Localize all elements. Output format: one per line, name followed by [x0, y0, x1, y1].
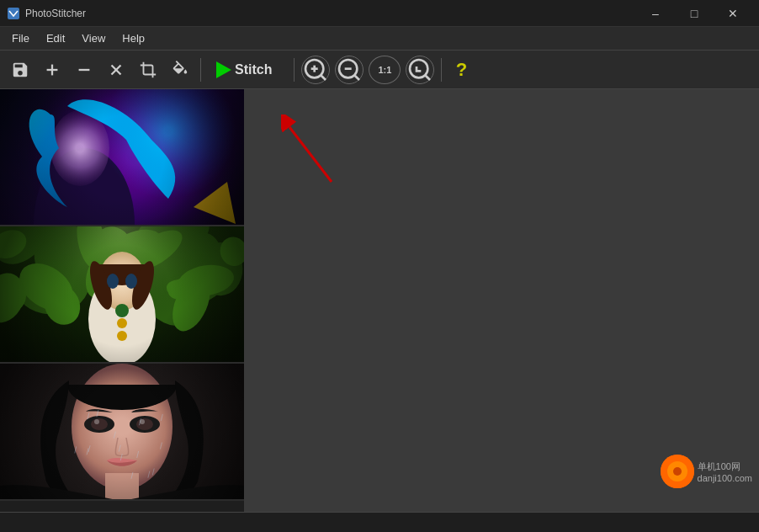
minimize-button[interactable]: – — [636, 0, 675, 27]
title-bar: PhotoStitcher – □ ✕ — [0, 0, 759, 27]
watermark-text: 单机100网 danji100.com — [698, 460, 752, 483]
svg-point-13 — [410, 60, 427, 77]
image-item-1[interactable] — [0, 89, 244, 226]
zoom-actual-button[interactable]: 1:1 — [369, 56, 401, 84]
separator-3 — [441, 58, 442, 82]
stitch-play-icon — [216, 61, 231, 78]
status-bar — [0, 512, 759, 532]
menu-bar: File Edit View Help — [0, 27, 759, 51]
zoom-out-button[interactable] — [335, 56, 364, 84]
add-button[interactable] — [37, 55, 67, 85]
menu-view[interactable]: View — [73, 29, 114, 48]
menu-file[interactable]: File — [3, 29, 38, 48]
delete-button[interactable] — [101, 55, 131, 85]
svg-line-7 — [321, 75, 326, 80]
canvas-area: 单机100网 danji100.com — [247, 89, 759, 512]
app-icon — [7, 7, 20, 20]
help-button[interactable]: ? — [447, 56, 475, 84]
crop-button[interactable] — [133, 55, 163, 85]
stitch-label: Stitch — [235, 62, 272, 77]
help-icon: ? — [456, 59, 467, 81]
watermark-line1: 单机100网 — [698, 460, 752, 473]
image-item-3[interactable] — [0, 364, 244, 501]
watermark-line2: danji100.com — [698, 473, 752, 483]
menu-help[interactable]: Help — [114, 29, 153, 48]
main-area: 单机100网 danji100.com — [0, 89, 759, 512]
menu-edit[interactable]: Edit — [38, 29, 73, 48]
separator-1 — [200, 58, 201, 82]
remove-button[interactable] — [69, 55, 99, 85]
zoom-actual-label: 1:1 — [379, 65, 392, 75]
title-left: PhotoStitcher — [7, 7, 86, 20]
svg-point-19 — [673, 467, 682, 476]
image-thumbnail-2 — [0, 226, 244, 364]
paint-button[interactable] — [165, 55, 195, 85]
stitch-button[interactable]: Stitch — [206, 58, 282, 82]
watermark-logo — [661, 455, 694, 488]
image-item-2[interactable] — [0, 226, 244, 364]
arrow-indicator — [281, 114, 348, 194]
svg-rect-0 — [8, 8, 19, 19]
image-panel[interactable] — [0, 89, 244, 512]
image-thumbnail-3 — [0, 364, 244, 501]
close-button[interactable]: ✕ — [714, 0, 752, 27]
window-controls: – □ ✕ — [636, 0, 752, 27]
maximize-button[interactable]: □ — [675, 0, 714, 27]
svg-line-16 — [289, 127, 332, 182]
svg-line-11 — [355, 75, 360, 80]
separator-2 — [294, 58, 295, 82]
svg-line-14 — [426, 75, 431, 80]
watermark: 单机100网 danji100.com — [661, 455, 752, 488]
zoom-in-button[interactable] — [301, 56, 330, 84]
toolbar: Stitch 1:1 ? — [0, 51, 759, 89]
image-thumbnail-1 — [0, 89, 244, 226]
zoom-fit-button[interactable] — [406, 56, 434, 84]
save-button[interactable] — [5, 55, 35, 85]
title-text: PhotoStitcher — [25, 8, 86, 19]
